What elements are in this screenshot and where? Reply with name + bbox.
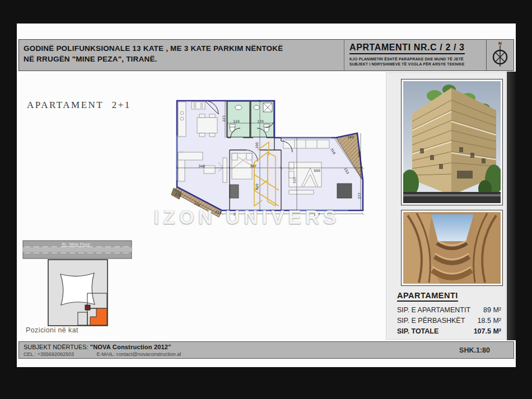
area-row: SIP. E PËRBASHKËT 18.5 M² (397, 316, 501, 326)
header-right-block: APRTAMENTI NR.C / 2 / 3 KJO PLANIMETRI Ë… (344, 40, 487, 71)
area-row: SIP. E APARTAMENTIT 89 M² (397, 305, 501, 316)
area-row-total: SIP. TOTALE 107.5 M² (397, 326, 501, 337)
apartment-number: APRTAMENTI NR.C / 2 / 3 (349, 43, 465, 54)
area-table-title: APARTAMENTI (397, 291, 458, 302)
area-row-label: SIP. E APARTAMENTIT (397, 305, 470, 316)
dimension-label: 160 (347, 135, 353, 139)
dimension-label: 120 (233, 119, 239, 123)
plan-title: APARTAMENT 2+1 (27, 100, 131, 111)
dimension-label: 100 (255, 142, 259, 148)
scale-label: SHK.1:80 (459, 346, 490, 354)
project-title: GODINË POLIFUNKSIONALE 13 KATE , ME 3 KA… (24, 43, 283, 64)
courtyard-shape (60, 273, 95, 305)
drawing-sheet: GODINË POLIFUNKSIONALE 13 KATE , ME 3 KA… (0, 0, 532, 399)
header-band: GODINË POLIFUNKSIONALE 13 KATE , ME 3 KA… (18, 39, 514, 71)
email-text: E-MAIL: contact@novaconstruction.al (97, 351, 181, 357)
location-map: Rr. 'Mine Peza' (22, 240, 140, 335)
dimension-label: 277 (357, 193, 361, 199)
dimension-label: 387 (250, 164, 256, 168)
dimension-label: 500 (314, 168, 320, 172)
watermark-text: IZON UNIVERS (137, 206, 357, 228)
dimension-label: 348 (198, 164, 204, 168)
location-caption: Pozicioni në kat (26, 326, 78, 334)
disclaimer-note: KJO PLANIMETRI ËSHTË PARAPRAKE DHE MUND … (349, 57, 487, 67)
area-table: APARTAMENTI SIP. E APARTAMENTIT 89 M² SI… (397, 290, 501, 337)
footer-band: SUBJEKT NDËRTUES: "NOVA Construction 201… (18, 341, 514, 359)
dimension-label: 170 (257, 119, 263, 123)
area-row-value: 89 M² (483, 305, 501, 316)
location-map-drawing (22, 240, 134, 328)
disclaimer-line1: KJO PLANIMETRI ËSHTË PARAPRAKE DHE MUND … (349, 57, 487, 62)
project-title-line1: GODINË POLIFUNKSIONALE 13 KATE , ME 3 KA… (24, 43, 283, 54)
contact-line: CEL : +355692082503 E-MAIL: contact@nova… (24, 351, 202, 357)
dimension-label: 420 (255, 184, 259, 190)
project-title-line2: NË RRUGËN "MINE PEZA", TIRANË. (24, 54, 283, 64)
builder-company: "NOVA Construction 2012" (90, 344, 171, 350)
area-row-label: SIP. E PËRBASHKËT (397, 316, 465, 326)
builder-line: SUBJEKT NDËRTUES: "NOVA Construction 201… (24, 344, 171, 350)
builder-label: SUBJEKT NDËRTUES: (24, 344, 88, 350)
street-label: Rr. 'Mine Peza' (62, 242, 90, 247)
paper-page: GODINË POLIFUNKSIONALE 13 KATE , ME 3 KA… (17, 24, 516, 367)
area-row-label: SIP. TOTALE (397, 326, 438, 337)
courtyard-photo (401, 210, 503, 286)
area-row-value: 18.5 M² (478, 316, 501, 326)
phone-text: CEL : +355692082503 (24, 351, 74, 357)
dimension-label: 535 (292, 177, 296, 183)
right-panel: APARTAMENTI SIP. E APARTAMENTIT 89 M² SI… (385, 72, 507, 340)
dimension-label: 260 (357, 151, 361, 157)
compass-box: N (486, 40, 514, 71)
area-row-value: 107.5 M² (474, 326, 501, 337)
panel-shadow-edge (507, 72, 516, 340)
disclaimer-line2: SUBJEKT I NDRYSHIMEVE TË VOGLA PËR ARSYE… (349, 62, 487, 67)
building-photo (401, 79, 503, 205)
dimension-label: 223 (222, 115, 226, 121)
compass-north-label: N (498, 41, 502, 46)
